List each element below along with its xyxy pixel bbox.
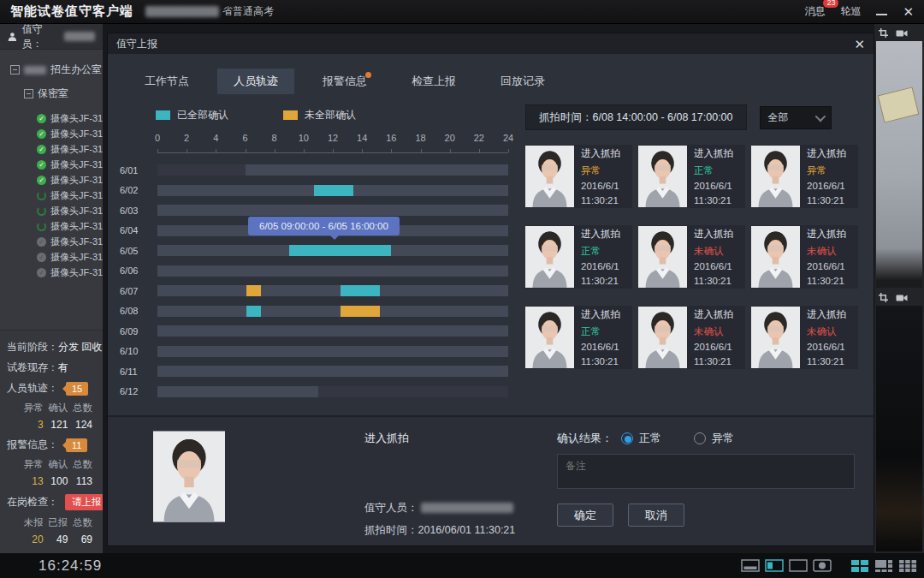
grid-1plus5-icon[interactable] [874,559,893,573]
capture-status: 未确认 [807,245,846,258]
close-icon[interactable]: ✕ [903,5,914,18]
capture-card[interactable]: 进入抓拍正常2016/6/111:30:21 [525,306,632,369]
timeline-tooltip: 6/05 09:00:00 - 6/05 16:00:00 [248,217,400,235]
timeline-track[interactable] [157,366,508,377]
patrol-button[interactable]: 轮巡 [840,4,861,19]
sidebar-item-camera[interactable]: 摄像头JF-310B [37,188,103,203]
timeline-track[interactable] [157,346,508,357]
capture-card[interactable]: 进入抓拍未确认2016/6/111:30:21 [751,225,858,289]
timeline-bar-confirmed[interactable] [341,285,380,296]
collapse-icon[interactable] [24,89,33,98]
phase-value: 分发 回收 [58,340,102,355]
capture-event: 进入抓拍 [581,228,620,241]
timeline-bar-unconfirmed[interactable] [246,285,261,296]
report-now-button[interactable]: 请上报 [65,494,109,510]
camera-name: 摄像头JF-310B [50,220,103,233]
tab-playback[interactable]: 回放记录 [484,69,561,94]
capture-card[interactable]: 进入抓拍正常2016/6/111:30:21 [525,225,632,289]
video-feed-1[interactable] [876,41,922,288]
timeline-bar-confirmed[interactable] [246,306,261,317]
axis-tick [275,149,275,152]
exam-subtitle: 省普通高考 [222,4,274,19]
crop-icon[interactable] [879,28,888,38]
sidebar-item-camera[interactable]: 摄像头JF-310B [37,249,103,265]
tab-work-nodes[interactable]: 工作节点 [128,69,205,94]
timeline-track[interactable] [157,285,508,296]
capture-event: 进入抓拍 [807,308,846,321]
messages-label: 消息 [804,5,825,17]
sidebar-item-camera[interactable]: 摄像头JF-310B [37,265,103,280]
tab-person-track[interactable]: 人员轨迹 [217,69,294,94]
capture-card[interactable]: 进入抓拍异常2016/6/111:30:21 [751,145,858,208]
timeline-track[interactable] [157,306,508,317]
sidebar-item-camera[interactable]: 摄像头JF-310B [37,110,103,126]
capture-filter-dropdown[interactable]: 全部 [760,106,832,129]
grid-3x3-icon[interactable] [898,559,917,573]
capture-card[interactable]: 进入抓拍未确认2016/6/111:30:21 [751,306,858,369]
sidebar-item-camera[interactable]: 摄像头JF-310B [37,172,103,188]
axis-tick-label: 8 [272,133,277,143]
crop-icon[interactable] [879,293,888,302]
grid-2x2-icon[interactable] [850,559,869,573]
ok-button[interactable]: 确定 [557,504,613,527]
minimize-icon[interactable] [876,14,887,15]
camera-icon[interactable] [896,29,908,38]
collapse-icon[interactable] [10,65,20,74]
timeline-track[interactable] [157,386,508,397]
timeline-active-window [157,386,318,397]
tab-check-report[interactable]: 检查上报 [395,69,472,94]
track-stats-table: 异常 确认 总数 3 121 124 [7,402,96,431]
timeline-row: 6/01 [120,160,515,181]
sidebar-item-camera[interactable]: 摄像头JF-310B [37,126,103,141]
axis-tick [157,149,158,152]
axis-tick [391,149,392,152]
timeline-row-date: 6/05 [120,246,157,256]
timeline-track[interactable] [157,164,508,176]
radio-checked-icon[interactable] [621,432,633,444]
capture-card[interactable]: 进入抓拍正常2016/6/111:30:21 [638,145,745,208]
layout-single-icon[interactable] [789,559,808,573]
main-area: 值守上报 ✕ 工作节点人员轨迹报警信息检查上报回放记录 已全部确认未全部确认 0… [103,24,874,553]
camera-icon[interactable] [896,294,908,302]
duty-person-row: 值守人员： [364,501,557,515]
capture-card[interactable]: 进入抓拍未确认2016/6/111:30:21 [638,225,745,289]
dialog-close-icon[interactable]: ✕ [854,38,865,51]
radio-unchecked-icon[interactable] [694,432,706,444]
capture-event: 进入抓拍 [807,228,846,241]
legend-swatch [283,110,298,120]
radio-normal[interactable]: 正常 [621,431,661,446]
live-video-column [874,24,924,553]
tab-alarm-info[interactable]: 报警信息 [306,69,383,94]
timeline-track[interactable] [157,325,508,337]
timeline-track[interactable] [157,205,508,216]
sidebar-item-camera[interactable]: 摄像头JF-310B [37,218,103,234]
radio-abnormal[interactable]: 异常 [694,431,734,446]
timeline-bar-confirmed[interactable] [289,245,392,256]
layout-bottom-panel-icon[interactable] [741,559,760,573]
timeline-track[interactable] [157,245,508,256]
capture-event: 进入抓拍 [694,228,733,241]
capture-card[interactable]: 进入抓拍未确认2016/6/111:30:21 [638,306,745,369]
capture-time-range: 抓拍时间：6/08 14:00:00 - 6/08 17:00:00 [525,104,747,130]
sidebar-item-camera[interactable]: 摄像头JF-310B [37,157,103,172]
camera-name: 摄像头JF-310B [50,205,103,217]
timeline-track[interactable] [157,185,508,196]
timeline-bar-confirmed[interactable] [314,185,353,196]
layout-left-panel-icon[interactable] [765,559,784,573]
timeline-active-window [157,205,508,216]
timeline-bar-unconfirmed[interactable] [341,306,380,317]
messages-button[interactable]: 消息 23 [804,4,825,19]
capture-date: 2016/6/1 [581,181,620,191]
sidebar-item-camera[interactable]: 摄像头JF-310B [37,141,103,157]
record-view-icon[interactable] [813,559,832,573]
note-input[interactable] [557,454,855,489]
timeline-track[interactable] [157,265,508,277]
video-feed-2[interactable] [876,306,922,551]
sidebar-item-camera[interactable]: 摄像头JF-310B [37,203,103,218]
check-stats-table: 未报 已报 总数 20 49 69 [7,516,96,545]
tree-node-org[interactable]: 招生办公室 [10,63,103,77]
capture-card[interactable]: 进入抓拍异常2016/6/111:30:21 [525,145,632,208]
sidebar-item-camera[interactable]: 摄像头JF-310B [37,234,103,249]
cancel-button[interactable]: 取消 [628,504,684,527]
tree-node-room[interactable]: 保密室 [10,86,103,101]
